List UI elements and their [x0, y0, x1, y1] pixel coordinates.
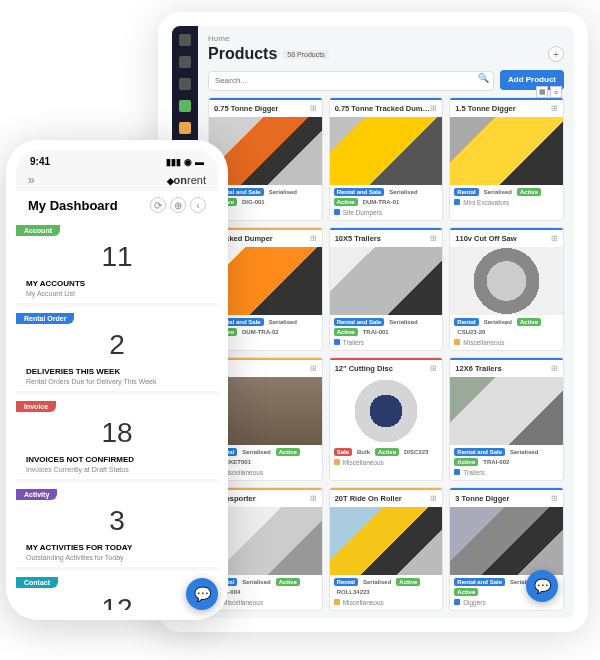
section-subtitle: Outstanding Activities for Today — [16, 554, 218, 567]
product-category[interactable]: Miscellaneous — [330, 459, 443, 470]
product-tag: Serialised — [239, 578, 273, 586]
dashboard-section[interactable]: Account 11 MY ACCOUNTS My Account List — [16, 219, 218, 303]
product-tag: Bulk — [354, 448, 373, 456]
tag-row: SaleBulkActiveDISC323 — [330, 445, 443, 459]
menu-icon[interactable]: » — [28, 173, 35, 187]
product-category[interactable]: Mini Excavators — [450, 199, 563, 210]
product-card[interactable]: 20T Ride On Roller⊞ RentalSerialisedActi… — [329, 487, 444, 611]
section-tab: Invoice — [16, 401, 56, 412]
product-tag: Active — [396, 578, 420, 586]
section-subtitle: Rental Orders Due for Delivery This Week — [16, 378, 218, 391]
product-card[interactable]: 1.5 Tonne Digger⊞ RentalSerialisedActive… — [449, 97, 564, 221]
section-tab: Contact — [16, 577, 58, 588]
nav-icon[interactable] — [179, 78, 191, 90]
more-icon[interactable]: ⊞ — [551, 234, 558, 243]
nav-icon[interactable] — [179, 34, 191, 46]
more-icon[interactable]: ⊞ — [430, 104, 437, 113]
nav-icon[interactable] — [179, 100, 191, 112]
list-view-icon[interactable]: ≡ — [550, 86, 562, 98]
section-subtitle: Invoices Currently at Draft Status — [16, 466, 218, 479]
product-name: 0.75 Tonne Tracked Dumper — [335, 104, 431, 113]
product-image — [450, 507, 563, 575]
product-tag: Serialised — [507, 448, 541, 456]
product-name: 3 Tonne Digger — [455, 494, 509, 503]
product-tag: Active — [454, 588, 478, 596]
product-card[interactable]: 10X5 Trailers⊞ Rental and SaleSerialised… — [329, 227, 444, 351]
battery-icon: ▬ — [195, 157, 204, 167]
nav-icon[interactable] — [179, 56, 191, 68]
more-icon[interactable]: ⊞ — [551, 104, 558, 113]
product-code: CSU23-20 — [454, 328, 488, 336]
more-icon[interactable]: ⊞ — [551, 364, 558, 373]
product-tag: Rental and Sale — [334, 318, 385, 326]
product-category[interactable]: Site Dumpers — [330, 209, 443, 220]
product-code: DISC323 — [401, 448, 431, 456]
section-tab: Rental Order — [16, 313, 74, 324]
section-label: MY ACCOUNTS — [16, 277, 218, 290]
expand-icon[interactable]: ‹ — [190, 197, 206, 213]
product-category[interactable]: Miscellaneous — [209, 599, 322, 610]
product-name: 10X5 Trailers — [335, 234, 381, 243]
product-image — [330, 117, 443, 185]
more-icon[interactable]: ⊞ — [551, 494, 558, 503]
add-circle-button[interactable]: + — [548, 46, 564, 62]
product-tag: Rental and Sale — [454, 448, 505, 456]
chat-bubble-icon[interactable]: 💬 — [526, 570, 558, 602]
product-name: 1.5 Tonne Digger — [455, 104, 515, 113]
product-code: DUM-TRA-02 — [239, 328, 282, 336]
product-card[interactable]: 12X6 Trailers⊞ Rental and SaleSerialised… — [449, 357, 564, 481]
product-tag: Rental and Sale — [334, 188, 385, 196]
product-tag: Serialised — [386, 188, 420, 196]
nav-icon[interactable] — [179, 122, 191, 134]
dashboard-section[interactable]: Invoice 18 INVOICES NOT CONFIRMED Invoic… — [16, 395, 218, 479]
product-tag: Serialised — [239, 448, 273, 456]
breadcrumb[interactable]: Home — [208, 34, 564, 43]
dashboard-section[interactable]: Activity 3 MY ACTIVITIES FOR TODAY Outst… — [16, 483, 218, 567]
product-tag: Serialised — [481, 188, 515, 196]
more-icon[interactable]: ⊞ — [430, 364, 437, 373]
settings-icon[interactable]: ⊕ — [170, 197, 186, 213]
search-input[interactable] — [208, 71, 494, 91]
more-icon[interactable]: ⊞ — [310, 234, 317, 243]
product-tag: Active — [454, 458, 478, 466]
product-image — [450, 377, 563, 445]
product-card[interactable]: 12" Cutting Disc⊞ SaleBulkActiveDISC323 … — [329, 357, 444, 481]
product-category[interactable]: Miscellaneous — [450, 339, 563, 350]
product-code: DUM-TRA-01 — [360, 198, 403, 206]
section-label: MY ACTIVITIES FOR TODAY — [16, 541, 218, 554]
product-category[interactable]: Miscellaneous — [330, 599, 443, 610]
more-icon[interactable]: ⊞ — [310, 494, 317, 503]
product-card[interactable]: 0.75 Tonne Tracked Dumper⊞ Rental and Sa… — [329, 97, 444, 221]
product-code: DIG-001 — [239, 198, 268, 206]
tag-row: Rental and SaleSerialisedActiveTRAI-002 — [450, 445, 563, 469]
product-code: TRAI-002 — [480, 458, 512, 466]
status-time: 9:41 — [30, 156, 50, 167]
section-count: 2 — [16, 325, 218, 365]
product-name: 12" Cutting Disc — [335, 364, 393, 373]
dashboard-section[interactable]: Rental Order 2 DELIVERIES THIS WEEK Rent… — [16, 307, 218, 391]
product-category[interactable]: Trailers — [450, 469, 563, 480]
chat-bubble-icon[interactable]: 💬 — [186, 578, 218, 610]
more-icon[interactable]: ⊞ — [310, 364, 317, 373]
product-card[interactable]: 110v Cut Off Saw⊞ RentalSerialisedActive… — [449, 227, 564, 351]
product-tag: Serialised — [360, 578, 394, 586]
refresh-icon[interactable]: ⟳ — [150, 197, 166, 213]
product-tag: Sale — [334, 448, 352, 456]
search-icon[interactable]: 🔍 — [478, 73, 489, 83]
section-count: 3 — [16, 501, 218, 541]
product-grid: 0.75 Tonne Digger⊞ Rental and SaleSerial… — [208, 97, 564, 611]
product-image — [450, 117, 563, 185]
product-category[interactable]: Trailers — [330, 339, 443, 350]
product-tag: Serialised — [481, 318, 515, 326]
dashboard-sections: Account 11 MY ACCOUNTS My Account List R… — [16, 219, 218, 610]
page-title: Products — [208, 45, 277, 63]
more-icon[interactable]: ⊞ — [310, 104, 317, 113]
product-tag: Rental and Sale — [454, 578, 505, 586]
more-icon[interactable]: ⊞ — [430, 494, 437, 503]
grid-view-icon[interactable]: ▦ — [536, 86, 548, 98]
status-bar: 9:41 ▮▮▮ ◉ ▬ — [16, 150, 218, 169]
product-image — [330, 507, 443, 575]
section-tab: Activity — [16, 489, 57, 500]
more-icon[interactable]: ⊞ — [430, 234, 437, 243]
phone-mockup: 9:41 ▮▮▮ ◉ ▬ » ◆onrent My Dashboard ⟳ ⊕ … — [6, 140, 228, 620]
